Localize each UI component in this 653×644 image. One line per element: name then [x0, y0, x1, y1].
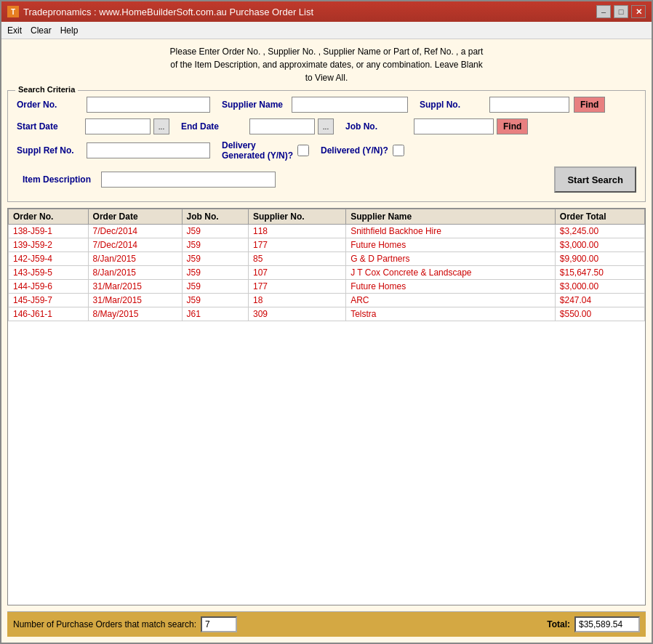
start-date-label: Start Date	[17, 121, 82, 132]
search-row-3: Suppl Ref No. DeliveryGenerated (Y/N)? D…	[17, 140, 636, 161]
title-bar-left: T Tradepronamics : www.HomeBuilderSoft.c…	[7, 6, 313, 17]
content-area: Please Enter Order No. , Supplier No. , …	[1, 39, 652, 643]
supplier-name-input[interactable]	[292, 97, 408, 113]
item-desc-label: Item Description	[17, 174, 97, 185]
total-label: Total:	[547, 619, 570, 629]
results-table-container: Order No. Order Date Job No. Supplier No…	[7, 208, 646, 605]
match-count-input	[201, 616, 237, 632]
start-date-input[interactable]	[85, 118, 151, 134]
end-date-input[interactable]	[249, 118, 315, 134]
title-text: Tradepronamics : www.HomeBuilderSoft.com…	[23, 7, 313, 17]
table-row[interactable]: 144-J59-631/Mar/2015J59177Future Homes$3…	[9, 280, 645, 294]
start-date-picker-button[interactable]: ...	[153, 118, 169, 134]
total-value-input	[574, 616, 640, 632]
app-icon: T	[7, 6, 19, 17]
search-criteria-legend: Search Criteria	[15, 85, 78, 94]
table-body: 138-J59-17/Dec/2014J59118Snithfield Back…	[9, 225, 645, 321]
search-row-1: Order No. Supplier Name Suppl No. Find	[17, 97, 636, 113]
delivery-gen-checkbox[interactable]	[297, 145, 309, 156]
job-no-label: Job No.	[345, 121, 411, 132]
job-no-group: Job No. Find	[345, 118, 528, 134]
suppl-ref-group: Suppl Ref No.	[17, 142, 210, 158]
end-date-label: End Date	[181, 121, 247, 132]
item-desc-group: Item Description	[17, 172, 276, 188]
suppl-ref-input[interactable]	[87, 142, 210, 158]
menu-clear[interactable]: Clear	[31, 25, 52, 36]
col-order-date: Order Date	[88, 209, 182, 225]
suppl-no-group: Suppl No. Find	[420, 97, 605, 113]
delivered-group: Delivered (Y/N)?	[321, 145, 404, 156]
footer-bar: Number of Purchase Orders that match sea…	[7, 611, 646, 637]
menu-bar: Exit Clear Help	[1, 22, 652, 39]
find-supplier-button[interactable]: Find	[574, 97, 605, 113]
delivered-checkbox[interactable]	[393, 145, 404, 156]
results-table: Order No. Order Date Job No. Supplier No…	[8, 209, 645, 321]
order-no-label: Order No.	[17, 100, 82, 110]
footer-right: Total:	[547, 616, 640, 632]
match-label: Number of Purchase Orders that match sea…	[13, 619, 196, 629]
order-no-group: Order No.	[17, 97, 210, 113]
end-date-group: End Date ...	[181, 118, 334, 134]
maximize-button[interactable]: □	[614, 5, 628, 18]
find-job-button[interactable]: Find	[497, 118, 528, 134]
start-search-button[interactable]: Start Search	[554, 166, 636, 193]
order-no-input[interactable]	[87, 97, 210, 113]
delivery-gen-group: DeliveryGenerated (Y/N)?	[222, 140, 309, 161]
start-date-group: Start Date ...	[17, 118, 169, 134]
job-no-input[interactable]	[414, 118, 494, 134]
suppl-ref-label: Suppl Ref No.	[17, 145, 82, 156]
table-row[interactable]: 145-J59-731/Mar/2015J5918ARC$247.04	[9, 294, 645, 307]
search-row-2: Start Date ... End Date ... Job No. Find	[17, 118, 636, 134]
suppl-no-input[interactable]	[489, 97, 569, 113]
supplier-name-label: Supplier Name	[222, 100, 287, 110]
table-row[interactable]: 146-J61-18/May/2015J61309Telstra$550.00	[9, 307, 645, 321]
suppl-no-label: Suppl No.	[420, 100, 485, 110]
minimize-button[interactable]: –	[596, 5, 611, 18]
app-window: T Tradepronamics : www.HomeBuilderSoft.c…	[0, 0, 653, 644]
col-order-total: Order Total	[555, 209, 644, 225]
menu-help[interactable]: Help	[60, 25, 79, 36]
delivery-gen-label: DeliveryGenerated (Y/N)?	[222, 140, 293, 161]
close-button[interactable]: ✕	[631, 5, 646, 18]
table-row[interactable]: 142-J59-48/Jan/2015J5985G & D Partners$9…	[9, 252, 645, 266]
col-job-no: Job No.	[182, 209, 248, 225]
search-row-4: Item Description Start Search	[17, 166, 636, 193]
col-supplier-no: Supplier No.	[248, 209, 345, 225]
col-supplier-name: Supplier Name	[346, 209, 556, 225]
supplier-name-group: Supplier Name	[222, 97, 408, 113]
delivered-label: Delivered (Y/N)?	[321, 145, 388, 156]
end-date-picker-button[interactable]: ...	[318, 118, 334, 134]
search-criteria-box: Search Criteria Order No. Supplier Name …	[7, 90, 646, 202]
instructions: Please Enter Order No. , Supplier No. , …	[7, 45, 646, 84]
col-order-no: Order No.	[9, 209, 89, 225]
menu-exit[interactable]: Exit	[7, 25, 22, 36]
title-bar: T Tradepronamics : www.HomeBuilderSoft.c…	[1, 1, 652, 22]
footer-left: Number of Purchase Orders that match sea…	[13, 616, 237, 632]
table-row[interactable]: 139-J59-27/Dec/2014J59177Future Homes$3,…	[9, 238, 645, 252]
item-desc-input[interactable]	[101, 172, 276, 188]
table-row[interactable]: 143-J59-58/Jan/2015J59107J T Cox Concret…	[9, 266, 645, 280]
table-header-row: Order No. Order Date Job No. Supplier No…	[9, 209, 645, 225]
title-controls: – □ ✕	[596, 5, 646, 18]
table-row[interactable]: 138-J59-17/Dec/2014J59118Snithfield Back…	[9, 225, 645, 238]
